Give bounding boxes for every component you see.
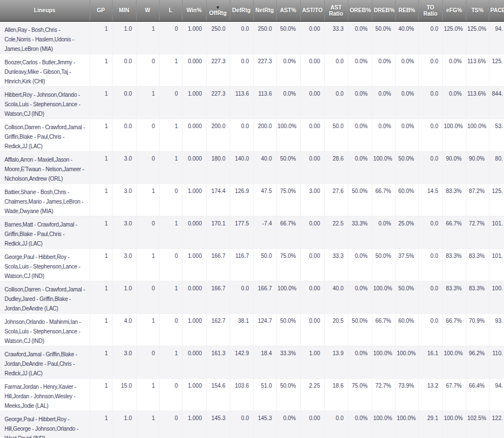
stat-cell-netrtg: 227.3: [253, 54, 276, 87]
stat-cell-efg_pct: 90.0%: [442, 152, 466, 184]
stat-cell-w: 0: [136, 346, 159, 379]
stat-cell-defrtg: 177.5: [230, 216, 253, 249]
table-row: Collison,Darren - Crawford,Jamal - Griff…: [0, 119, 504, 152]
stat-cell-oreb_pct: 0.0%: [348, 281, 372, 314]
stat-cell-to_ratio: 0.0: [418, 281, 442, 314]
stat-cell-l: 1: [159, 216, 182, 249]
stat-cell-oreb_pct: 50.0%: [348, 314, 372, 346]
column-header-w[interactable]: W: [136, 0, 159, 21]
stat-cell-ast_to: 0.00: [300, 54, 324, 87]
stat-cell-pace: 100.: [489, 281, 504, 314]
stat-cell-oreb_pct: 0.0%: [348, 119, 372, 152]
stat-cell-efg_pct: 0.0%: [442, 87, 466, 119]
stat-cell-l: 0: [159, 379, 182, 411]
stat-cell-oreb_pct: 0.0%: [348, 87, 372, 119]
stat-cell-w: 0: [136, 216, 159, 249]
lineup-cell: Afflalo,Arron - Maxiell,Jason - Moore,E'…: [0, 152, 90, 184]
stat-cell-dreb_pct: 0.0%: [372, 54, 395, 87]
stat-cell-ast_ratio: 0.0: [324, 411, 348, 438]
stat-cell-gp: 1: [90, 21, 112, 54]
stat-cell-min: 1.0: [112, 281, 136, 314]
column-header-min[interactable]: MIN: [112, 0, 136, 21]
stat-cell-dreb_pct: 50.0%: [372, 249, 395, 281]
column-header-win_pct[interactable]: Win%: [182, 0, 206, 21]
stat-cell-ts_pct: 113.6%: [466, 54, 489, 87]
stat-cell-netrtg: 113.6: [253, 87, 276, 119]
stat-cell-pace: 122.: [489, 411, 504, 438]
column-header-pace[interactable]: PACE: [489, 0, 504, 21]
stat-cell-netrtg: 250.0: [253, 21, 276, 54]
stat-cell-netrtg: 51.0: [253, 379, 276, 411]
column-header-offrtg[interactable]: ▼OffRtg: [206, 0, 230, 21]
stat-cell-w: 1: [136, 21, 159, 54]
stat-cell-dreb_pct: 66.7%: [372, 184, 395, 216]
stat-cell-dreb_pct: 100.0%: [372, 281, 395, 314]
stat-cell-to_ratio: 0.0: [418, 21, 442, 54]
column-header-lineup[interactable]: Lineups: [0, 0, 90, 21]
stat-cell-ts_pct: 83.3%: [466, 281, 489, 314]
stat-cell-to_ratio: 0.0: [418, 119, 442, 152]
stat-cell-efg_pct: 100.0%: [442, 119, 466, 152]
stat-cell-reb_pct: 50.0%: [395, 281, 418, 314]
stat-cell-oreb_pct: 0.0%: [348, 54, 372, 87]
stat-cell-defrtg: 116.7: [230, 249, 253, 281]
stat-cell-ast_pct: 75.0%: [276, 249, 300, 281]
stat-cell-defrtg: 140.0: [230, 152, 253, 184]
column-header-oreb_pct[interactable]: OREB%: [348, 0, 372, 21]
stat-cell-win_pct: 1.000: [182, 411, 206, 438]
stat-cell-efg_pct: 100.0%: [442, 346, 466, 379]
stat-cell-ast_ratio: 40.0: [324, 281, 348, 314]
stat-cell-defrtg: 0.0: [230, 281, 253, 314]
stat-cell-ast_to: 0.00: [300, 411, 324, 438]
column-header-ast_to[interactable]: AST/TO: [300, 0, 324, 21]
stat-cell-reb_pct: 0.0%: [395, 54, 418, 87]
column-header-ts_pct[interactable]: TS%: [466, 0, 489, 21]
column-header-gp[interactable]: GP: [90, 0, 112, 21]
stat-cell-win_pct: 0.000: [182, 152, 206, 184]
column-header-defrtg[interactable]: DefRtg: [230, 0, 253, 21]
stat-cell-ast_to: 0.00: [300, 21, 324, 54]
column-header-netrtg[interactable]: NetRtg: [253, 0, 276, 21]
stat-cell-min: 3.0: [112, 249, 136, 281]
stat-cell-min: 3.0: [112, 184, 136, 216]
stat-cell-w: 1: [136, 411, 159, 438]
stat-cell-ast_pct: 0.0%: [276, 87, 300, 119]
column-header-l[interactable]: L: [159, 0, 182, 21]
stat-cell-netrtg: -7.4: [253, 216, 276, 249]
column-header-reb_pct[interactable]: REB%: [395, 0, 418, 21]
column-header-dreb_pct[interactable]: DREB%: [372, 0, 395, 21]
table-row: Crawford,Jamal - Griffin,Blake - Jordan,…: [0, 346, 504, 379]
lineup-cell: Collison,Darren - Crawford,Jamal - Dudle…: [0, 281, 90, 314]
stat-cell-oreb_pct: 0.0%: [348, 152, 372, 184]
lineup-cell: Crawford,Jamal - Griffin,Blake - Jordan,…: [0, 346, 90, 379]
stat-cell-ast_ratio: 18.6: [324, 379, 348, 411]
table-row: George,Paul - Hibbert,Roy - Scola,Luis -…: [0, 249, 504, 281]
stat-cell-efg_pct: 125.0%: [442, 21, 466, 54]
lineup-cell: Allen,Ray - Bosh,Chris - Cole,Norris - H…: [0, 21, 90, 54]
stat-cell-efg_pct: 100.0%: [442, 411, 466, 438]
column-header-ast_ratio[interactable]: AST Ratio: [324, 0, 348, 21]
column-header-efg_pct[interactable]: eFG%: [442, 0, 466, 21]
stat-cell-pace: 80.: [489, 152, 504, 184]
stat-cell-ast_to: 0.00: [300, 216, 324, 249]
stat-cell-ast_pct: 100.0%: [276, 281, 300, 314]
stat-cell-defrtg: 0.0: [230, 119, 253, 152]
stat-cell-dreb_pct: 72.7%: [372, 379, 395, 411]
column-header-ast_pct[interactable]: AST%: [276, 0, 300, 21]
stat-cell-gp: 1: [90, 281, 112, 314]
stat-cell-pace: 110.: [489, 346, 504, 379]
stat-cell-ast_to: 0.00: [300, 119, 324, 152]
lineup-cell: Collison,Darren - Crawford,Jamal - Griff…: [0, 119, 90, 152]
column-label: TS%: [472, 7, 484, 13]
stat-cell-to_ratio: 0.0: [418, 216, 442, 249]
stat-cell-gp: 1: [90, 216, 112, 249]
stat-cell-to_ratio: 0.0: [418, 87, 442, 119]
column-header-to_ratio[interactable]: TO Ratio: [418, 0, 442, 21]
lineup-cell: Barnes,Matt - Crawford,Jamal - Griffin,B…: [0, 216, 90, 249]
stat-cell-pace: 844.: [489, 87, 504, 119]
stat-cell-dreb_pct: 66.7%: [372, 314, 395, 346]
stat-cell-w: 1: [136, 87, 159, 119]
column-label: AST Ratio: [329, 4, 343, 17]
stat-cell-dreb_pct: 0.0%: [372, 87, 395, 119]
column-label: Lineups: [34, 7, 55, 13]
